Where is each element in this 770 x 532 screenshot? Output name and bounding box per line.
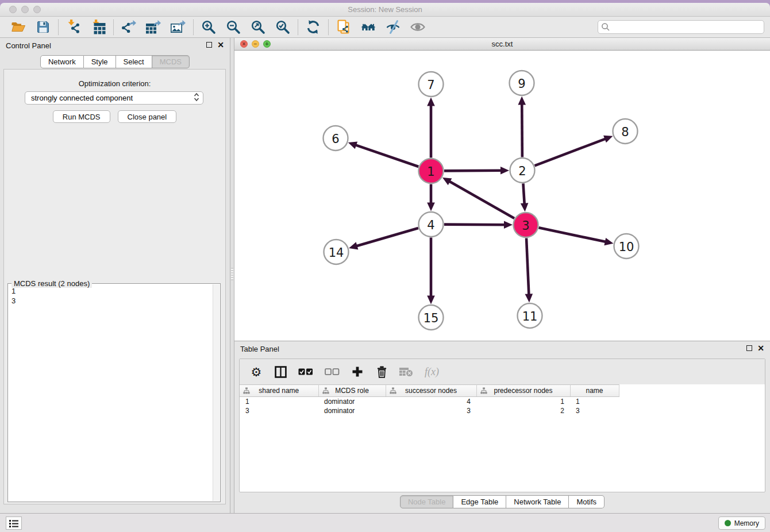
table-panel-tabs: Node TableEdge TableNetwork TableMotifs [234,495,770,508]
graph-edge-3-11[interactable] [526,238,529,295]
show-all-houses-icon[interactable] [361,20,376,34]
deselect-all-rows-icon[interactable] [325,368,340,376]
export-network-icon[interactable] [121,20,136,34]
graph-edge-2-8[interactable] [535,138,606,165]
result-scrollbar[interactable] [213,284,220,501]
table-settings-icon[interactable]: ⚙ [250,366,263,378]
refresh-layout-icon[interactable] [306,20,321,34]
network-canvas[interactable]: 7968124314101511 [234,51,770,341]
graph-edge-4-14[interactable] [356,228,418,246]
network-window-title: scc.txt [234,40,770,48]
control-tab-select[interactable]: Select [116,55,152,68]
graph-edge-4-3[interactable] [444,225,505,225]
graph-node-label-8: 8 [621,125,629,139]
column-header-shared-name[interactable]: shared name [240,385,318,397]
search-input[interactable] [598,20,764,34]
show-columns-icon[interactable] [274,366,287,378]
graph-edge-3-1[interactable] [449,181,514,218]
main-toolbar [0,17,592,38]
close-table-panel-icon[interactable]: ✕ [757,345,764,352]
control-tab-style[interactable]: Style [84,55,116,68]
graph-edge-2-3[interactable] [523,183,524,204]
graph-node-label-10: 10 [619,240,634,254]
show-eye-icon[interactable] [410,20,425,34]
graph-edge-1-6[interactable] [355,145,418,167]
open-session-icon[interactable] [11,20,26,34]
window-title: Session: New Session [0,5,770,14]
memory-button[interactable]: Memory [718,516,765,530]
table-toolbar: ⚙f(x) [240,359,765,384]
zoom-out-icon[interactable] [226,20,241,34]
zoom-fit-icon[interactable] [251,20,265,34]
task-history-button[interactable] [6,516,22,530]
graph-edge-arrow [427,296,435,304]
control-tab-mcds[interactable]: MCDS [152,55,190,68]
graph-node-label-9: 9 [518,77,525,91]
graph-edge-arrow [504,221,513,229]
network-window-titlebar: × − + scc.txt [234,38,770,51]
graph-edge-3-10[interactable] [539,228,606,242]
zoom-in-icon[interactable] [201,20,216,34]
status-bar: Memory [0,513,770,532]
network-graph[interactable]: 7968124314101511 [234,51,770,341]
column-header-MCDS-role[interactable]: MCDS role [318,385,386,397]
table-tab-network-table[interactable]: Network Table [506,495,569,508]
mcds-panel: Optimization criterion: strongly connect… [3,69,226,504]
table-row[interactable]: 1dominator411 [240,397,765,406]
graph-edge-arrow [525,294,533,302]
graph-node-label-14: 14 [329,246,344,260]
graph-node-label-1: 1 [427,165,434,179]
graph-edge-arrow [349,242,358,249]
close-panel-button[interactable]: Close panel [118,110,177,123]
export-table-icon[interactable] [146,20,161,34]
control-panel: Control Panel ✕ NetworkStyleSelectMCDS O… [0,38,230,513]
column-header-successor-nodes[interactable]: successor nodes [386,385,476,397]
node-table-container: ⚙f(x) shared nameMCDS rolesuccessor node… [239,358,765,492]
float-panel-icon[interactable] [206,42,212,48]
graph-edge-arrow [603,136,613,143]
shared-column-icon [322,387,329,394]
run-mcds-button[interactable]: Run MCDS [53,110,110,123]
shared-column-icon [390,387,396,394]
graph-edge-arrow [500,167,509,175]
hide-selected-eye-icon[interactable] [386,20,401,34]
graph-node-label-6: 6 [332,132,339,146]
shared-column-icon [480,387,487,394]
table-row[interactable]: 3dominator323 [240,406,765,415]
export-image-icon[interactable] [171,20,186,34]
select-all-rows-icon[interactable] [298,368,313,376]
node-table: shared nameMCDS rolesuccessor nodesprede… [240,384,765,415]
float-table-panel-icon[interactable] [746,345,752,351]
import-network-icon[interactable] [66,20,81,34]
control-tab-network[interactable]: Network [40,55,84,68]
panel-splitter[interactable] [230,38,234,513]
graph-edge-arrow [604,238,613,245]
save-session-icon[interactable] [36,20,51,34]
graph-node-label-15: 15 [424,311,439,325]
graph-edge-2-9[interactable] [522,103,522,157]
delete-table-icon [399,367,413,376]
control-panel-tabs: NetworkStyleSelectMCDS [0,55,230,68]
control-panel-title: Control Panel [6,41,51,50]
table-tab-edge-table[interactable]: Edge Table [453,495,506,508]
graph-edge-1-2[interactable] [444,171,502,171]
graph-edge-arrow [427,203,435,211]
table-tab-motifs[interactable]: Motifs [569,495,605,508]
column-header-name[interactable]: name [570,385,619,397]
graph-node-label-4: 4 [427,218,434,232]
delete-column-icon[interactable] [375,366,388,378]
mcds-result-line: 3 [11,296,211,306]
close-panel-icon[interactable]: ✕ [217,41,224,48]
zoom-selected-icon[interactable] [275,20,290,34]
mcds-result-list: 13 [11,286,211,500]
duplicate-network-icon[interactable] [336,20,351,34]
add-column-icon[interactable] [351,366,364,377]
import-table-icon[interactable] [91,20,106,34]
graph-node-label-7: 7 [427,78,434,92]
column-header-predecessor-nodes[interactable]: predecessor nodes [476,385,570,397]
mcds-result-line: 1 [11,286,211,296]
dropdown-value: strongly connected component [31,94,194,102]
table-panel: Table Panel ✕ ⚙f(x) shared nameMCDS role… [234,341,770,513]
optimization-criterion-dropdown[interactable]: strongly connected component [25,91,203,105]
table-tab-node-table[interactable]: Node Table [400,495,454,508]
